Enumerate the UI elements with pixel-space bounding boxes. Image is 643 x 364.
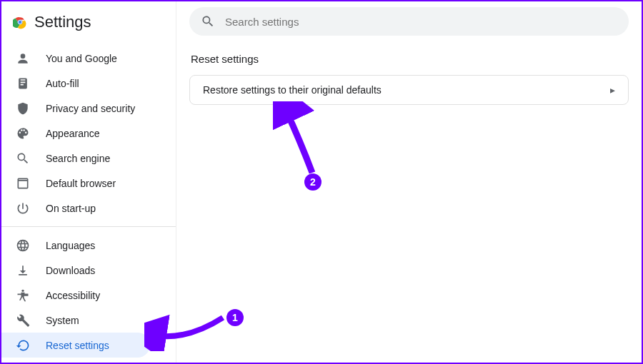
sidebar-divider <box>1 226 176 227</box>
sidebar-item-auto-fill[interactable]: Auto-fill <box>1 71 150 96</box>
sidebar-item-label: Languages <box>46 240 95 251</box>
search-icon <box>201 14 215 29</box>
annotation-arrow-2 <box>273 101 330 180</box>
autofill-icon <box>16 76 30 91</box>
sidebar-item-accessibility[interactable]: Accessibility <box>1 283 150 308</box>
restore-defaults-row[interactable]: Restore settings to their original defau… <box>190 76 628 104</box>
sidebar-item-label: Accessibility <box>46 290 100 301</box>
globe-icon <box>16 238 30 253</box>
chevron-right-icon: ▸ <box>610 84 615 96</box>
svg-point-2 <box>18 20 21 24</box>
annotation-badge-2: 2 <box>304 173 322 191</box>
browser-icon <box>16 176 30 191</box>
sidebar-item-label: Default browser <box>46 178 116 189</box>
sidebar-item-languages[interactable]: Languages <box>1 233 150 258</box>
search-icon <box>16 151 30 166</box>
reset-card: Restore settings to their original defau… <box>189 75 629 105</box>
palette-icon <box>16 126 30 141</box>
sidebar-item-system[interactable]: System <box>1 308 150 333</box>
person-icon <box>16 51 30 66</box>
sidebar-item-label: Search engine <box>46 153 110 164</box>
sidebar-item-default-browser[interactable]: Default browser <box>1 171 150 196</box>
sidebar-item-appearance[interactable]: Appearance <box>1 121 150 146</box>
sidebar-item-label: You and Google <box>46 53 117 64</box>
page-title: Settings <box>34 13 91 31</box>
sidebar-item-label: Reset settings <box>46 340 109 351</box>
sidebar-item-label: System <box>46 315 79 326</box>
power-icon <box>16 201 30 216</box>
restore-defaults-label: Restore settings to their original defau… <box>203 84 382 96</box>
shield-icon <box>16 101 30 116</box>
sidebar-item-privacy[interactable]: Privacy and security <box>1 96 150 121</box>
chrome-logo-icon <box>13 15 27 29</box>
wrench-icon <box>16 313 30 328</box>
sidebar-item-label: Appearance <box>46 128 100 139</box>
sidebar-item-label: Auto-fill <box>46 78 79 89</box>
sidebar-item-search-engine[interactable]: Search engine <box>1 146 150 171</box>
annotation-badge-1: 1 <box>226 309 244 326</box>
sidebar-header: Settings <box>1 6 176 39</box>
sidebar-item-label: Downloads <box>46 265 95 276</box>
search-input[interactable] <box>225 16 617 28</box>
reset-icon <box>16 338 30 353</box>
section-title: Reset settings <box>189 53 629 65</box>
accessibility-icon <box>16 288 30 303</box>
search-bar[interactable] <box>189 7 629 36</box>
svg-point-3 <box>21 289 24 291</box>
sidebar-item-label: Privacy and security <box>46 103 135 114</box>
annotation-arrow-1 <box>144 308 230 351</box>
sidebar-item-you-and-google[interactable]: You and Google <box>1 46 150 71</box>
sidebar-item-startup[interactable]: On start-up <box>1 196 150 221</box>
download-icon <box>16 263 30 278</box>
sidebar-item-label: On start-up <box>46 203 96 214</box>
sidebar-item-reset-settings[interactable]: Reset settings <box>1 333 150 358</box>
sidebar-item-downloads[interactable]: Downloads <box>1 258 150 283</box>
main: Reset settings Restore settings to their… <box>176 1 642 363</box>
